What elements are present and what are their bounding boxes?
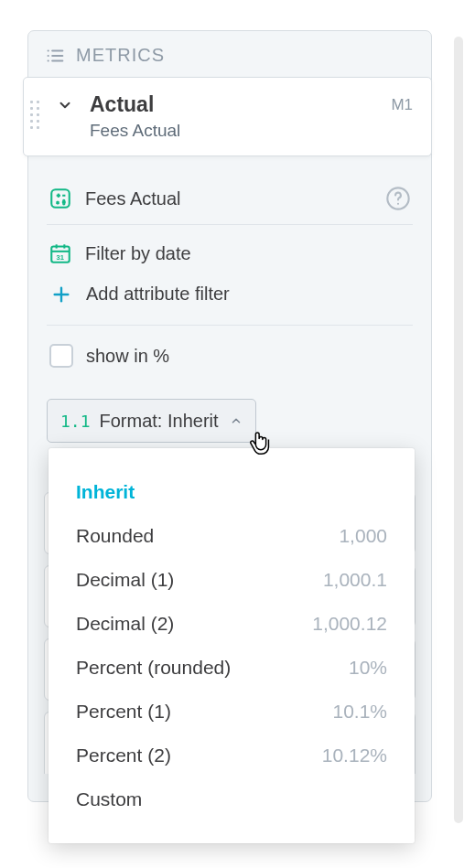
format-dropdown[interactable]: Inherit Rounded 1,000 Decimal (1) 1,000.…	[49, 448, 415, 843]
format-option-decimal-2[interactable]: Decimal (2) 1,000.12	[49, 602, 415, 646]
panel-header: METRICS	[28, 31, 431, 78]
show-percent-label: show in %	[86, 346, 169, 367]
option-sample: 10.1%	[332, 701, 387, 723]
metric-title: Actual	[90, 92, 154, 117]
format-option-inherit[interactable]: Inherit	[49, 470, 415, 514]
format-prefix-icon: 1.1	[60, 412, 91, 431]
option-label: Rounded	[76, 525, 154, 547]
option-label: Percent (2)	[76, 745, 171, 766]
add-attribute-filter[interactable]: Add attribute filter	[47, 274, 413, 314]
plus-icon	[51, 284, 71, 305]
chevron-up-icon	[230, 414, 243, 427]
option-label: Decimal (2)	[76, 613, 174, 635]
add-filter-label: Add attribute filter	[86, 284, 230, 305]
option-label: Inherit	[76, 481, 135, 503]
metric-subtitle: Fees Actual	[90, 121, 413, 141]
metrics-list-icon	[45, 46, 65, 66]
filter-date-label: Filter by date	[85, 243, 191, 264]
calendar-icon: 31	[49, 241, 72, 265]
metric-name-row[interactable]: Fees Actual	[47, 173, 413, 225]
option-label: Percent (1)	[76, 701, 171, 723]
drag-handle-icon[interactable]	[30, 98, 39, 131]
format-option-decimal-1[interactable]: Decimal (1) 1,000.1	[49, 558, 415, 602]
metric-tag: M1	[391, 96, 413, 114]
measure-icon	[49, 187, 72, 210]
help-icon[interactable]	[385, 186, 411, 211]
format-button[interactable]: 1.1 Format: Inherit	[47, 399, 256, 443]
metric-name-label: Fees Actual	[85, 188, 181, 209]
format-option-percent-1[interactable]: Percent (1) 10.1%	[49, 690, 415, 734]
option-sample: 1,000	[339, 525, 387, 547]
metric-card-actual[interactable]: Actual M1 Fees Actual	[23, 77, 432, 156]
option-sample: 10.12%	[322, 745, 387, 766]
svg-text:31: 31	[56, 253, 63, 262]
option-label: Custom	[76, 788, 142, 810]
show-percent-checkbox[interactable]	[49, 344, 73, 368]
option-sample: 1,000.1	[323, 569, 387, 591]
format-option-rounded[interactable]: Rounded 1,000	[49, 514, 415, 558]
filter-by-date[interactable]: 31 Filter by date	[47, 232, 413, 274]
svg-point-16	[397, 203, 399, 205]
svg-rect-6	[51, 189, 70, 208]
option-sample: 10%	[349, 657, 387, 679]
option-sample: 1,000.12	[312, 613, 387, 635]
show-in-percent-row[interactable]: show in %	[47, 326, 413, 380]
format-option-percent-2[interactable]: Percent (2) 10.12%	[49, 734, 415, 777]
metric-row: Actual M1	[44, 92, 413, 117]
panel-title: METRICS	[76, 45, 165, 66]
scrollbar[interactable]	[454, 37, 463, 823]
filters-block: 31 Filter by date Add attribute filter	[47, 225, 413, 326]
metric-details: Fees Actual 31 Filter by date	[28, 156, 431, 465]
chevron-down-icon[interactable]	[57, 97, 73, 113]
format-label: Format: Inherit	[100, 411, 219, 432]
option-label: Percent (rounded)	[76, 657, 231, 679]
format-option-percent-rounded[interactable]: Percent (rounded) 10%	[49, 646, 415, 690]
svg-point-13	[63, 203, 64, 204]
svg-point-12	[63, 200, 64, 201]
option-label: Decimal (1)	[76, 569, 174, 591]
format-option-custom[interactable]: Custom	[49, 777, 415, 821]
